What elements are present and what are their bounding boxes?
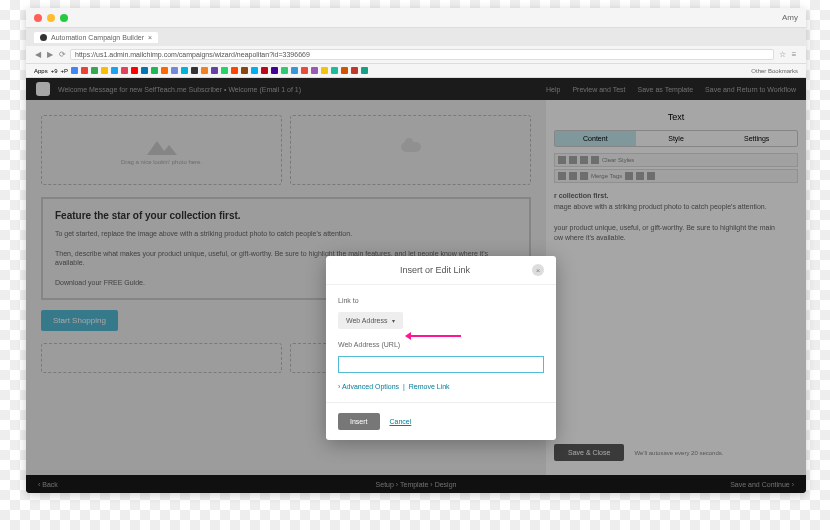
remove-link[interactable]: Remove Link (409, 383, 450, 390)
bookmark-icon[interactable] (81, 67, 88, 74)
bookmark-icon[interactable] (161, 67, 168, 74)
maximize-dot[interactable] (60, 14, 68, 22)
bookmark-icon[interactable] (201, 67, 208, 74)
bookmark-icon[interactable] (281, 67, 288, 74)
annotation-arrow-icon (411, 335, 461, 337)
bookmark-icon[interactable] (151, 67, 158, 74)
bookmark-icon[interactable] (361, 67, 368, 74)
bookmark-icon[interactable] (261, 67, 268, 74)
bookmark-icon[interactable] (241, 67, 248, 74)
tab-bar: Automation Campaign Builder× (26, 28, 806, 46)
bookmark-icon[interactable] (331, 67, 338, 74)
url-label: Web Address (URL) (338, 341, 544, 348)
close-icon[interactable]: × (532, 264, 544, 276)
bookmark-icon[interactable] (221, 67, 228, 74)
reload-icon[interactable]: ⟳ (58, 51, 66, 59)
minimize-dot[interactable] (47, 14, 55, 22)
bookmark-icon[interactable] (311, 67, 318, 74)
bookmark-icon[interactable] (131, 67, 138, 74)
linkto-label: Link to (338, 297, 544, 304)
bookmark-icon[interactable] (251, 67, 258, 74)
modal-header: Insert or Edit Link × (326, 256, 556, 285)
modal-links: Advanced Options | Remove Link (338, 383, 544, 390)
menu-icon[interactable]: ≡ (790, 51, 798, 59)
bookmark-icon[interactable] (181, 67, 188, 74)
bookmark-icon[interactable] (141, 67, 148, 74)
bookmark-icon[interactable] (351, 67, 358, 74)
bookmark-icon[interactable] (291, 67, 298, 74)
bookmark-icon[interactable] (91, 67, 98, 74)
browser-tab[interactable]: Automation Campaign Builder× (34, 32, 158, 43)
browser-window: Amy Automation Campaign Builder× ◀ ▶ ⟳ h… (26, 8, 806, 493)
forward-icon[interactable]: ▶ (46, 51, 54, 59)
star-icon[interactable]: ☆ (778, 51, 786, 59)
cancel-link[interactable]: Cancel (390, 418, 412, 425)
apps-button[interactable]: Apps (34, 68, 48, 74)
bookmark-icon[interactable] (341, 67, 348, 74)
bookmark-icon[interactable] (301, 67, 308, 74)
bookmark-icon[interactable] (171, 67, 178, 74)
close-dot[interactable] (34, 14, 42, 22)
bookmark-icon[interactable] (231, 67, 238, 74)
bookmark-icon[interactable] (191, 67, 198, 74)
bookmark-icon[interactable] (101, 67, 108, 74)
back-icon[interactable]: ◀ (34, 51, 42, 59)
close-tab-icon[interactable]: × (148, 34, 152, 41)
favicon-icon (40, 34, 47, 41)
bookmark-icon[interactable] (211, 67, 218, 74)
bookmark-icon[interactable] (71, 67, 78, 74)
bookmarks-bar: Apps +9 +P Other Bookmarks (26, 64, 806, 78)
bookmark-icon[interactable] (121, 67, 128, 74)
user-label: Amy (782, 13, 798, 22)
advanced-link[interactable]: Advanced Options (342, 383, 399, 390)
bookmark-icon[interactable] (111, 67, 118, 74)
modal-title: Insert or Edit Link (338, 265, 532, 275)
url-bar: ◀ ▶ ⟳ https://us1.admin.mailchimp.com/ca… (26, 46, 806, 64)
url-input[interactable]: https://us1.admin.mailchimp.com/campaign… (70, 49, 774, 60)
other-bookmarks[interactable]: Other Bookmarks (751, 68, 798, 74)
insert-button[interactable]: Insert (338, 413, 380, 430)
app-content: Welcome Message for new SelfTeach.me Sub… (26, 78, 806, 493)
linkto-dropdown[interactable]: Web Address (338, 312, 403, 329)
bookmark-icon[interactable] (321, 67, 328, 74)
bookmark-icon[interactable] (271, 67, 278, 74)
link-modal: Insert or Edit Link × Link to Web Addres… (326, 256, 556, 440)
titlebar: Amy (26, 8, 806, 28)
url-input[interactable] (338, 356, 544, 373)
modal-footer: Insert Cancel (326, 402, 556, 440)
